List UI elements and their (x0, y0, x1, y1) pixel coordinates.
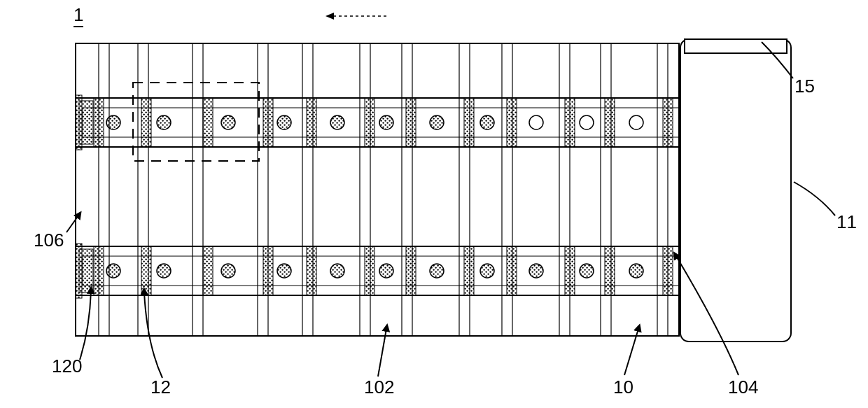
leader-11 (794, 182, 835, 216)
detail-box (133, 83, 259, 161)
end-block-120-top-tab (76, 95, 82, 150)
hatched-support (141, 246, 151, 295)
diagram (0, 0, 868, 408)
hole-hatched (480, 115, 494, 129)
hole-empty (580, 115, 594, 129)
hatched-support (94, 98, 104, 147)
hatched-support (94, 246, 104, 295)
hatched-support (663, 98, 673, 147)
hatched-support (406, 98, 416, 147)
hatched-support (507, 246, 517, 295)
hole-hatched (379, 264, 393, 278)
hole-hatched (580, 264, 594, 278)
side-container-11 (680, 39, 791, 342)
hatched-support (565, 98, 575, 147)
hatched-support (406, 246, 416, 295)
hole-hatched (157, 264, 171, 278)
hole-hatched (277, 115, 291, 129)
hatched-support (605, 246, 615, 295)
side-container-lip (685, 39, 787, 53)
hatched-support (507, 98, 517, 147)
hole-hatched (277, 264, 291, 278)
hole-empty (529, 115, 543, 129)
hole-hatched (330, 115, 344, 129)
hatched-support (307, 98, 316, 147)
hatched-support (365, 98, 374, 147)
hatched-support (263, 246, 273, 295)
hole-hatched (629, 264, 643, 278)
hole-hatched (379, 115, 393, 129)
hatched-support (203, 98, 213, 147)
hatched-support (565, 246, 575, 295)
hatched-support (605, 98, 615, 147)
leader-120 (80, 291, 91, 360)
body-10 (76, 43, 679, 336)
hatched-support (464, 246, 474, 295)
hole-hatched (430, 264, 444, 278)
column-lines (99, 43, 668, 336)
hatched-support (263, 98, 273, 147)
hole-hatched (221, 115, 235, 129)
hole-hatched (106, 264, 120, 278)
hole-empty (629, 115, 643, 129)
hole-hatched (157, 115, 171, 129)
hole-hatched (221, 264, 235, 278)
hatched-support (663, 246, 673, 295)
hatched-support (203, 246, 213, 295)
hatched-support (141, 98, 151, 147)
hatched-support (365, 246, 374, 295)
hole-hatched (480, 264, 494, 278)
hatched-support (307, 246, 316, 295)
hole-hatched (529, 264, 543, 278)
end-block-120-bot-tab (76, 244, 82, 298)
hatched-support (464, 98, 474, 147)
hole-hatched (430, 115, 444, 129)
hole-hatched (106, 115, 120, 129)
hole-hatched (330, 264, 344, 278)
leader-106 (66, 216, 78, 232)
direction-arrow (326, 13, 386, 20)
